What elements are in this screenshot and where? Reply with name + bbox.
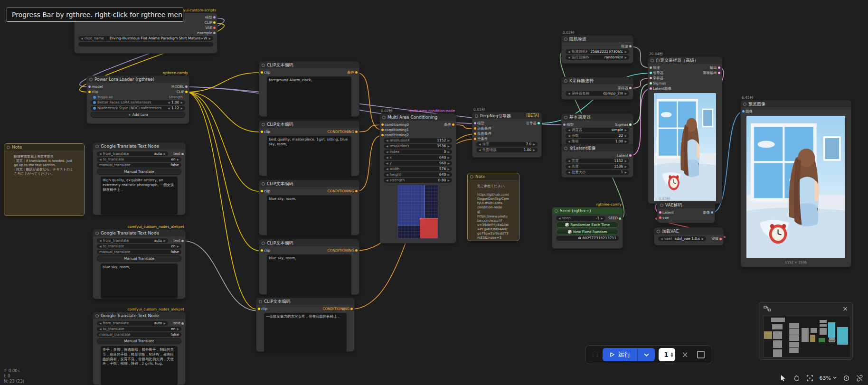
text-area[interactable]: 一位散发魅力的东方女性，坐在公园的长椅上， <box>264 313 347 353</box>
increment-arrow-icon[interactable]: ▶ <box>163 151 166 156</box>
widget-index[interactable]: ◀index0▶ <box>384 150 452 154</box>
increment-arrow-icon[interactable]: ▶ <box>208 36 211 41</box>
increment-arrow-icon[interactable]: ▶ <box>624 91 627 96</box>
node-title[interactable]: K采样器选择 <box>562 77 633 84</box>
node-google-translate-3[interactable]: comfyui_custom_nodes_alekpetGoogle Trans… <box>93 312 185 385</box>
clear-queue-button[interactable]: × <box>679 351 690 359</box>
note-text[interactable]: 翻译有需要就上去文本那里 - 英文：if translation is need… <box>12 153 76 217</box>
decrement-arrow-icon[interactable]: ◀ <box>386 144 388 149</box>
input-model[interactable]: model <box>92 84 103 89</box>
output-图像[interactable]: 图像 <box>703 210 710 215</box>
input-正面条件[interactable]: 正面条件 <box>477 126 491 131</box>
zoom-level-control[interactable]: 63% <box>820 375 837 381</box>
node-clip-encode-4[interactable]: CLIP文本编码clipCONDITIONINGblue sky, room, <box>259 240 359 294</box>
widget-采样器名称[interactable]: ◀采样器名称dpmpp_2m▶ <box>566 91 629 96</box>
increment-arrow-icon[interactable]: ▶ <box>624 159 627 163</box>
widget-倍率[interactable]: ◀倍率7.0▶ <box>476 142 538 147</box>
collapse-dot[interactable] <box>7 146 10 149</box>
collapse-dot[interactable] <box>657 230 660 233</box>
decrement-arrow-icon[interactable]: ◀ <box>99 321 102 326</box>
decrement-arrow-icon[interactable]: ◀ <box>568 139 570 144</box>
node-title[interactable]: 基本调度器 <box>562 114 633 121</box>
collapse-dot[interactable] <box>382 116 386 119</box>
input-图像[interactable]: 图像 <box>745 109 753 114</box>
input-conditioning0[interactable]: conditioning0 <box>385 122 409 127</box>
increment-arrow-icon[interactable]: ▶ <box>533 142 535 147</box>
widget-seed[interactable]: ◀seed-1▶ <box>556 216 605 221</box>
widget-from_translate[interactable]: ◀from_translateauto▶ <box>97 151 168 156</box>
widget-to_translate[interactable]: ◀to_translateen▶ <box>97 157 181 162</box>
area-preview-canvas[interactable] <box>398 185 438 238</box>
increment-arrow-icon[interactable]: ▶ <box>180 100 183 105</box>
text-area[interactable]: blue sky, room, <box>267 195 351 237</box>
decrement-arrow-icon[interactable]: ◀ <box>386 172 388 177</box>
output-CONDITIONING[interactable]: CONDITIONING <box>327 188 354 194</box>
output-输出[interactable]: 输出 <box>710 65 717 70</box>
widget-噪波随机种[interactable]: ◀噪波随机种2568222267306523▶ <box>566 49 629 54</box>
increment-arrow-icon[interactable]: ▶ <box>533 148 535 152</box>
collapse-dot[interactable] <box>470 175 473 178</box>
widget-to_translate[interactable]: ◀to_translateen▶ <box>97 244 181 249</box>
widget-strength[interactable]: ◀strength0.80▶ <box>384 178 452 183</box>
node-random-noise[interactable]: 0.02秒随机噪波噪波◀噪波随机种2568222267306523▶◀运行后操作… <box>562 36 633 63</box>
node-title[interactable]: Google Translate Text Node <box>93 230 185 236</box>
input-clip[interactable]: clip <box>261 306 267 311</box>
widget-高度[interactable]: ◀高度1536▶ <box>566 164 629 169</box>
widget-value[interactable]: ♻ 802577318213711 <box>556 236 619 241</box>
lora-row[interactable]: Better Faces LoRA.safetensors◀1.00▶ <box>91 100 185 105</box>
increment-arrow-icon[interactable]: ▶ <box>177 327 179 331</box>
decrement-arrow-icon[interactable]: ◀ <box>168 100 170 105</box>
output-text[interactable]: text <box>173 238 180 244</box>
collapse-dot[interactable] <box>660 204 663 207</box>
input-vae[interactable]: vae <box>662 215 669 220</box>
widget-width[interactable]: ◀width576▶ <box>384 167 452 171</box>
input-Sigmas[interactable]: Sigmas <box>653 81 666 86</box>
widget-manual_translate[interactable]: manual_translatefalse <box>97 332 181 337</box>
node-title[interactable]: Note <box>4 144 84 150</box>
run-options-dropdown[interactable] <box>637 348 655 361</box>
decrement-arrow-icon[interactable]: ◀ <box>81 36 83 41</box>
decrement-arrow-icon[interactable]: ◀ <box>568 170 570 175</box>
node-vae-decode[interactable]: 0.45秒VAE解码Latent图像vae <box>658 202 715 223</box>
lora-row[interactable]: Niadeecock Style (NDC).safetensors◀1.12▶ <box>91 106 185 111</box>
queue-count-stepper[interactable]: 1 ▲▼ <box>659 348 675 361</box>
collapse-dot[interactable] <box>95 314 99 318</box>
output-CLIP[interactable]: CLIP <box>177 89 184 94</box>
node-title[interactable]: 自定义采样器（高级） <box>648 57 722 64</box>
increment-arrow-icon[interactable]: ▶ <box>177 244 179 249</box>
node-preview-image[interactable]: 6.45秒预览图像图像1152 × 1536 <box>741 101 851 267</box>
button-manual-translate[interactable]: Manual Translate <box>97 255 181 262</box>
widget-运行后操作[interactable]: ◀运行后操作randomize▶ <box>566 55 629 60</box>
widget-height[interactable]: ◀height640▶ <box>384 172 452 177</box>
decrement-arrow-icon[interactable]: ◀ <box>568 159 570 163</box>
input-Latent[interactable]: Latent <box>662 210 674 215</box>
decrement-arrow-icon[interactable]: ◀ <box>386 155 388 160</box>
button-＋-add-lora[interactable]: ＋ Add Lora <box>91 112 185 118</box>
node-title[interactable]: 加载VAE <box>654 228 723 235</box>
text-area[interactable]: best quality, masterpiece, 1girl, sittin… <box>267 136 351 178</box>
stop-button[interactable] <box>697 351 705 358</box>
node-power-lora-loader[interactable]: rgthree-comfyPower Lora Loader (rgthree)… <box>87 76 189 123</box>
decrement-arrow-icon[interactable]: ◀ <box>99 238 102 243</box>
collapse-dot[interactable] <box>259 300 262 303</box>
minimap-canvas[interactable] <box>763 316 850 357</box>
node-note-2[interactable]: Note先ご参照ください。 https://github.com/GogonDa… <box>468 173 519 241</box>
output-VAE[interactable]: VAE <box>711 236 718 242</box>
decrement-arrow-icon[interactable]: ◀ <box>479 148 481 152</box>
decrement-arrow-icon[interactable]: ◀ <box>168 106 170 111</box>
widget-value[interactable] <box>78 42 213 47</box>
output-text[interactable]: text <box>173 151 180 157</box>
input-clip[interactable]: clip <box>92 89 98 94</box>
node-empty-latent-image[interactable]: 空Latent图像Latent◀宽度1152▶◀高度1536▶◀批量大小1▶ <box>562 145 633 177</box>
node-title[interactable]: Seed (rgthree) <box>552 207 623 214</box>
node-title[interactable]: Google Translate Text Node <box>93 312 185 319</box>
decrement-arrow-icon[interactable]: ◀ <box>568 133 570 138</box>
decrement-arrow-icon[interactable]: ◀ <box>568 164 570 169</box>
node-perpneg-guider[interactable]: 0.01秒PerpNeg引导器[BETA]模型引导器正面条件负面条件空条件◀倍率… <box>472 113 541 157</box>
node-title[interactable]: CLIP文本编码 <box>256 298 354 305</box>
run-button[interactable]: 运行 <box>603 348 637 361</box>
decrement-arrow-icon[interactable]: ◀ <box>386 138 388 143</box>
node-ksampler-select[interactable]: K采样器选择采样器◀采样器名称dpmpp_2m▶ <box>562 77 633 99</box>
input-clip[interactable]: clip <box>264 188 270 194</box>
node-title[interactable]: VAE解码 <box>658 202 715 208</box>
